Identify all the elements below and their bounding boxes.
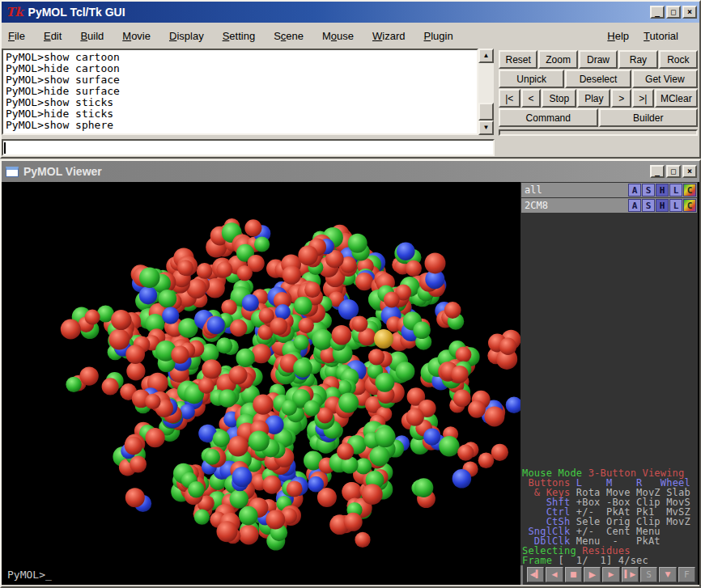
gui-minimize-button[interactable]: _ xyxy=(650,6,665,19)
atom-sphere-nitrogen[interactable] xyxy=(139,286,157,304)
object-row-all[interactable]: allASHLC xyxy=(521,183,697,197)
viewer-minimize-button[interactable]: _ xyxy=(650,165,665,178)
atom-sphere-oxygen[interactable] xyxy=(298,246,318,266)
atom-sphere-nitrogen[interactable] xyxy=(162,307,179,324)
atom-sphere-carbon[interactable] xyxy=(219,389,236,407)
atom-sphere-oxygen[interactable] xyxy=(253,394,273,414)
atom-sphere-oxygen[interactable] xyxy=(355,532,370,548)
menu-mouse[interactable]: Mouse xyxy=(322,30,354,42)
object-row-2CM8[interactable]: 2CM8ASHLC xyxy=(521,198,697,213)
atom-sphere-oxygen[interactable] xyxy=(362,484,383,505)
atom-sphere-oxygen[interactable] xyxy=(304,281,321,298)
atom-sphere-carbon[interactable] xyxy=(213,430,230,447)
movie-next-button[interactable]: > xyxy=(611,89,631,108)
menu-display[interactable]: Display xyxy=(169,30,204,42)
frame-button[interactable]: F xyxy=(678,567,695,582)
history-scrollbar[interactable]: ▲ ▼ xyxy=(478,49,494,135)
frame-forward-button[interactable]: ▶ xyxy=(602,567,619,582)
viewer-titlebar[interactable]: PyMOL Viewer _ □ × xyxy=(2,161,699,182)
atom-sphere-oxygen[interactable] xyxy=(85,310,100,325)
atom-sphere-carbon[interactable] xyxy=(375,373,394,392)
reset-button[interactable]: Reset xyxy=(499,50,537,69)
atom-sphere-oxygen[interactable] xyxy=(79,366,98,385)
atom-sphere-oxygen[interactable] xyxy=(197,263,213,279)
atom-sphere-sulfur[interactable] xyxy=(374,329,393,349)
movie-prev-button[interactable]: < xyxy=(521,89,542,108)
atom-sphere-oxygen[interactable] xyxy=(299,318,314,333)
atom-sphere-oxygen[interactable] xyxy=(198,378,215,394)
atom-sphere-oxygen[interactable] xyxy=(368,349,384,365)
atom-sphere-oxygen[interactable] xyxy=(125,345,145,364)
2CM8-l-menu-button[interactable]: L xyxy=(669,199,682,212)
atom-sphere-oxygen[interactable] xyxy=(102,378,119,395)
atom-sphere-carbon[interactable] xyxy=(66,377,81,392)
atom-sphere-carbon[interactable] xyxy=(281,400,297,416)
2CM8-h-menu-button[interactable]: H xyxy=(656,199,669,212)
atom-sphere-carbon[interactable] xyxy=(375,426,396,447)
atom-sphere-oxygen[interactable] xyxy=(352,316,368,332)
atom-sphere-carbon[interactable] xyxy=(304,400,320,417)
atom-sphere-carbon[interactable] xyxy=(230,489,249,508)
mclear-button[interactable]: MClear xyxy=(655,89,698,108)
2CM8-s-menu-button[interactable]: S xyxy=(642,199,655,212)
command-history[interactable]: PyMOL>show cartoonPyMOL>hide cartoonPyMO… xyxy=(2,49,478,135)
menu-tutorial[interactable]: Tutorial xyxy=(644,30,678,42)
2CM8-c-menu-button[interactable]: C xyxy=(683,199,696,212)
frame-back-button[interactable]: ◀ xyxy=(546,567,563,582)
atom-sphere-oxygen[interactable] xyxy=(237,265,253,281)
atom-sphere-carbon[interactable] xyxy=(159,290,177,308)
atom-sphere-oxygen[interactable] xyxy=(171,346,189,364)
viewer-maximize-button[interactable]: □ xyxy=(666,165,681,178)
atom-sphere-oxygen[interactable] xyxy=(126,362,145,380)
command-input[interactable] xyxy=(2,139,495,156)
atom-sphere-carbon[interactable] xyxy=(239,506,258,526)
atom-sphere-oxygen[interactable] xyxy=(406,408,424,426)
atom-sphere-oxygen[interactable] xyxy=(145,394,160,409)
gui-close-button[interactable]: × xyxy=(682,6,697,19)
atom-sphere-oxygen[interactable] xyxy=(244,219,261,236)
atom-sphere-carbon[interactable] xyxy=(338,393,359,413)
all-c-menu-button[interactable]: C xyxy=(683,184,696,197)
atom-sphere-carbon[interactable] xyxy=(293,358,312,378)
all-s-menu-button[interactable]: S xyxy=(642,184,655,197)
atom-sphere-nitrogen[interactable] xyxy=(275,304,291,319)
atom-sphere-carbon[interactable] xyxy=(414,478,434,497)
movie-first-button[interactable]: |< xyxy=(499,89,520,108)
viewport[interactable]: PyMOL>_ xyxy=(2,182,520,585)
movie-play-button[interactable]: Play xyxy=(577,89,610,108)
scrollbar-track[interactable] xyxy=(478,63,494,121)
atom-sphere-carbon[interactable] xyxy=(236,349,255,367)
atom-sphere-carbon[interactable] xyxy=(293,335,308,350)
fullscreen-toggle-button[interactable]: ▼ xyxy=(659,567,676,582)
atom-sphere-oxygen[interactable] xyxy=(177,260,193,276)
menu-scene[interactable]: Scene xyxy=(274,30,304,42)
unpick-button[interactable]: Unpick xyxy=(499,70,564,88)
atom-sphere-carbon[interactable] xyxy=(139,268,159,288)
molecule-rendering[interactable] xyxy=(2,182,520,585)
atom-sphere-nitrogen[interactable] xyxy=(207,316,225,334)
get-view-button[interactable]: Get View xyxy=(632,70,698,88)
atom-sphere-oxygen[interactable] xyxy=(344,513,363,531)
atom-sphere-oxygen[interactable] xyxy=(230,319,247,336)
atom-sphere-nitrogen[interactable] xyxy=(232,467,253,487)
menu-setting[interactable]: Setting xyxy=(223,30,255,42)
atom-sphere-oxygen[interactable] xyxy=(444,302,461,319)
atom-sphere-oxygen[interactable] xyxy=(484,406,504,426)
atom-sphere-carbon[interactable] xyxy=(413,322,431,340)
viewer-window-icon[interactable] xyxy=(6,167,19,177)
atom-sphere-carbon[interactable] xyxy=(370,446,390,467)
atom-sphere-oxygen[interactable] xyxy=(287,480,303,497)
atom-sphere-nitrogen[interactable] xyxy=(397,242,415,260)
menu-plugin[interactable]: Plugin xyxy=(424,30,453,42)
movie-stop-button[interactable]: Stop xyxy=(542,89,576,108)
menu-edit[interactable]: Edit xyxy=(44,30,62,42)
atom-sphere-oxygen[interactable] xyxy=(384,292,400,308)
scrollbar-thumb[interactable] xyxy=(478,103,494,121)
deselect-button[interactable]: Deselect xyxy=(565,70,631,88)
atom-sphere-carbon[interactable] xyxy=(254,236,270,252)
atom-sphere-carbon[interactable] xyxy=(348,234,367,253)
menu-help[interactable]: Help xyxy=(607,30,629,42)
all-l-menu-button[interactable]: L xyxy=(669,184,682,197)
atom-sphere-oxygen[interactable] xyxy=(406,260,422,277)
atom-sphere-oxygen[interactable] xyxy=(217,521,238,542)
